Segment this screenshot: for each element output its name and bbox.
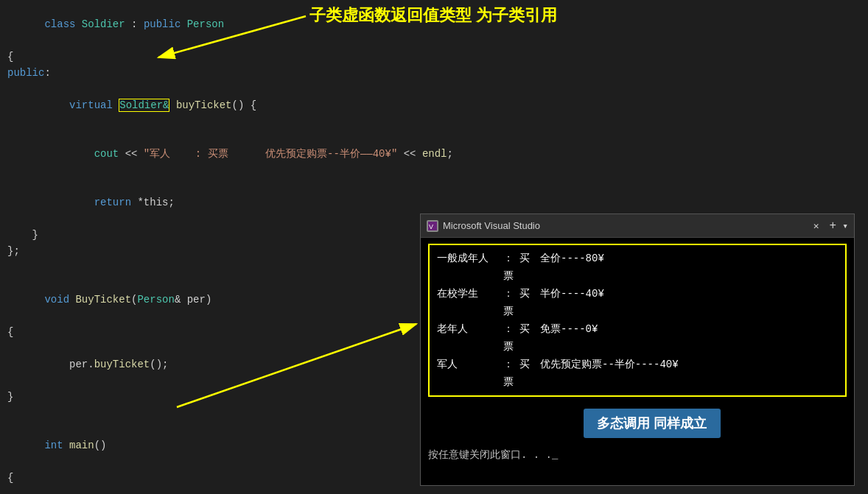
output-value-1: 全价----80¥ xyxy=(540,250,838,285)
code-line-3: public: xyxy=(7,65,868,81)
output-label-4: 军人 xyxy=(437,356,503,391)
output-colon-3: ： 买票 xyxy=(503,320,540,356)
kw-return1: return xyxy=(94,197,131,208)
code-line-1: class Soldier : public Person xyxy=(7,0,868,49)
code-line-2: { xyxy=(7,49,868,65)
fn-buyticket-def: buyTicket xyxy=(176,99,232,111)
output-colon-1: ： 买票 xyxy=(503,250,540,285)
output-value-3: 免票----0¥ xyxy=(540,320,838,356)
kw-public1: public xyxy=(144,18,187,30)
output-row-1: 一般成年人 ： 买票 全价----80¥ xyxy=(437,250,838,285)
output-row-4: 军人 ： 买票 优先预定购票--半价----40¥ xyxy=(437,356,838,391)
output-colon-4: ： 买票 xyxy=(503,356,540,391)
output-row-2: 在校学生 ： 买票 半价----40¥ xyxy=(437,285,838,320)
output-value-2: 半价----40¥ xyxy=(540,285,838,320)
kw-public2: public xyxy=(7,67,44,79)
output-label-1: 一般成年人 xyxy=(437,250,503,285)
polymorphism-label: 多态调用 同样成立 xyxy=(597,416,707,431)
console-content: 一般成年人 ： 买票 全价----80¥ 在校学生 ： 买票 半价----40¥… xyxy=(421,238,854,485)
cls-person2: Person xyxy=(137,294,174,306)
output-colon-2: ： 买票 xyxy=(503,285,540,320)
add-tab-button[interactable]: + xyxy=(830,219,837,233)
code-line-4: virtual Soldier& buyTicket() { xyxy=(7,81,868,130)
chevron-down-icon[interactable]: ▾ xyxy=(842,220,848,232)
output-table: 一般成年人 ： 买票 全价----80¥ 在校学生 ： 买票 半价----40¥… xyxy=(428,244,847,397)
vs-icon: V xyxy=(427,220,438,232)
vs-logo-icon: V xyxy=(427,221,438,231)
output-value-4: 优先预定购票--半价----40¥ xyxy=(540,356,838,391)
soldier-ref-highlight: Soldier& xyxy=(119,99,169,112)
fn-buyticket-decl: BuyTicket xyxy=(75,294,131,306)
output-label-3: 老年人 xyxy=(437,320,503,356)
kw-class: class xyxy=(44,18,81,30)
console-titlebar: V Microsoft Visual Studio ✕ + ▾ xyxy=(421,214,854,238)
fn-main: main xyxy=(69,440,94,451)
code-line-5: cout << "军人 : 买票 优先预定购票--半价——40¥" << end… xyxy=(7,130,868,178)
press-key-text: 按任意键关闭此窗口. . ._ xyxy=(428,448,847,462)
cout-kw: cout xyxy=(94,148,119,160)
code-line-17: Person Per; xyxy=(7,486,868,494)
console-window: V Microsoft Visual Studio ✕ + ▾ 一般成年人 ： … xyxy=(420,214,855,486)
endl-kw: endl xyxy=(422,148,447,160)
kw-virtual: virtual xyxy=(69,99,119,111)
fn-call-buyticket: buyTicket xyxy=(94,359,150,370)
console-title: Microsoft Visual Studio xyxy=(443,220,813,231)
cls-person: Person xyxy=(187,18,224,30)
output-row-3: 老年人 ： 买票 免票----0¥ xyxy=(437,320,838,356)
close-button[interactable]: ✕ xyxy=(813,220,819,232)
svg-text:V: V xyxy=(429,223,433,230)
kw-void: void xyxy=(44,294,75,306)
cls-soldier: Soldier xyxy=(82,18,125,30)
polymorphism-box: 多态调用 同样成立 xyxy=(584,409,720,438)
kw-int: int xyxy=(44,440,69,451)
output-label-2: 在校学生 xyxy=(437,285,503,320)
string-lit: "军人 : 买票 优先预定购票--半价——40¥" xyxy=(144,148,397,160)
